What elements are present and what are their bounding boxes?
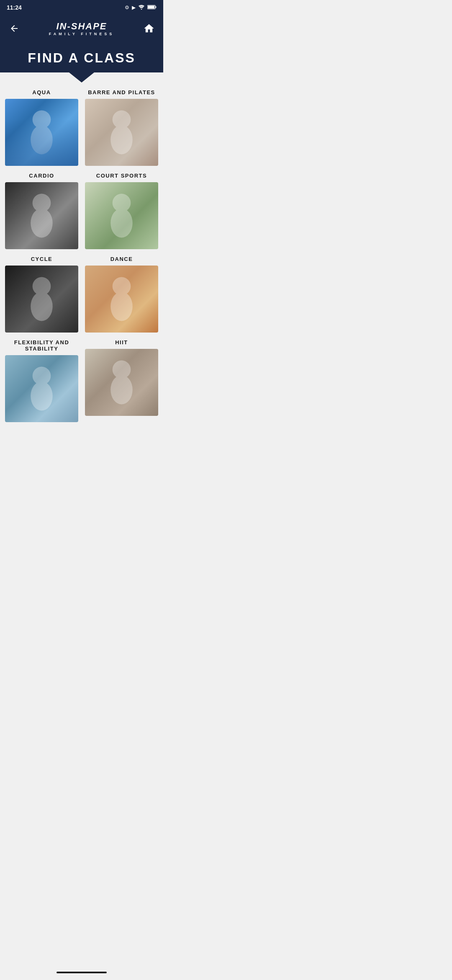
app-header: IN-SHAPE FAMILY FITNESS [0,15,163,42]
status-icons: ⚙ ▶ [125,5,157,11]
class-label-barre: BARRE AND PILATES [88,89,155,95]
class-card-dance[interactable]: DANCE [85,256,158,333]
signal-icon: ▶ [132,5,136,10]
class-label-hiit: HIIT [115,339,128,346]
class-label-flexibility: FLEXIBILITY AND STABILITY [5,339,78,352]
title-divider-container [0,72,163,83]
class-image-flexibility [5,355,78,422]
class-label-dance: DANCE [110,256,133,262]
logo-main-text: IN-SHAPE [56,21,107,32]
class-label-cycle: CYCLE [31,256,53,262]
logo-sub-text: FAMILY FITNESS [49,32,115,36]
class-image-dance [85,266,158,333]
class-image-cycle [5,266,78,333]
class-label-aqua: AQUA [32,89,51,95]
svg-point-9 [31,209,53,238]
class-image-court [85,182,158,249]
svg-rect-2 [155,6,156,8]
svg-point-13 [31,292,53,321]
back-button[interactable] [7,21,22,36]
class-image-cardio [5,182,78,249]
svg-point-7 [110,125,133,155]
svg-point-15 [110,292,133,321]
class-image-aqua [5,99,78,166]
class-card-aqua[interactable]: AQUA [5,89,78,166]
wifi-icon [138,5,145,11]
page-title: FIND A CLASS [7,50,157,72]
title-section: FIND A CLASS [0,42,163,72]
status-bar: 11:24 ⚙ ▶ [0,0,163,15]
classes-grid: AQUABARRE AND PILATESCARDIOCOURT SPORTSC… [0,83,163,429]
svg-point-11 [110,209,133,238]
class-card-court[interactable]: COURT SPORTS [85,173,158,249]
class-label-court: COURT SPORTS [96,173,147,179]
svg-point-0 [141,9,142,10]
class-card-cycle[interactable]: CYCLE [5,256,78,333]
settings-icon: ⚙ [125,5,129,10]
svg-point-4 [33,111,51,129]
home-button[interactable] [141,21,157,36]
svg-point-5 [31,125,53,155]
svg-point-17 [31,382,53,411]
class-card-hiit[interactable]: HIIT [85,339,158,422]
battery-icon [147,5,157,11]
status-time: 11:24 [7,4,22,11]
class-card-flexibility[interactable]: FLEXIBILITY AND STABILITY [5,339,78,422]
class-card-cardio[interactable]: CARDIO [5,173,78,249]
app-logo: IN-SHAPE FAMILY FITNESS [49,21,115,36]
svg-point-19 [110,375,133,405]
class-card-barre[interactable]: BARRE AND PILATES [85,89,158,166]
class-label-cardio: CARDIO [29,173,54,179]
class-image-hiit [85,349,158,416]
title-divider [69,72,94,83]
svg-rect-3 [148,5,154,8]
class-image-barre [85,99,158,166]
